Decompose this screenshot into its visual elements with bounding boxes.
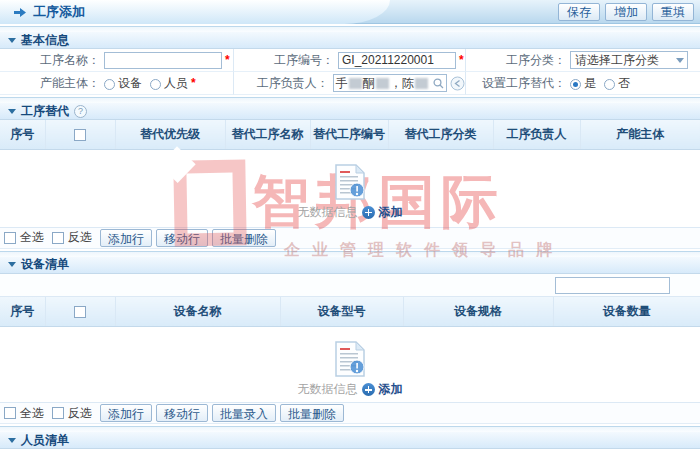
batch-delete-button[interactable]: 批量删除	[212, 229, 276, 247]
move-row-button[interactable]: 移动行	[156, 404, 208, 422]
page-title-tab: 工序添加	[0, 0, 390, 24]
divider	[0, 424, 700, 432]
basic-info-form: 工序名称： * 工序编号： * 工序分类： 请选择工序分类 产能主体： 设备 人…	[0, 49, 700, 95]
add-button[interactable]: 增加	[605, 3, 647, 21]
add-row-button[interactable]: 添加行	[100, 229, 152, 247]
radio-yes-label[interactable]: 是	[584, 75, 596, 92]
section-title: 基本信息	[21, 32, 69, 49]
equipment-filter-row	[0, 274, 700, 297]
search-icon[interactable]	[433, 78, 444, 89]
invert-select-label[interactable]: 反选	[68, 229, 92, 246]
column-header: 设备数量	[553, 297, 700, 327]
move-row-button[interactable]: 移动行	[156, 229, 208, 247]
substitute-table-body: 无数据信息 添加	[0, 150, 700, 228]
select-all-checkbox[interactable]	[4, 232, 16, 244]
owner-name: 手	[336, 75, 348, 92]
invert-select-label[interactable]: 反选	[68, 405, 92, 422]
add-row-button[interactable]: 添加行	[100, 404, 152, 422]
capacity-subject-label: 产能主体：	[0, 75, 104, 92]
equipment-filter-input[interactable]	[555, 277, 670, 294]
column-header: 替代工序名称	[225, 120, 310, 149]
select-all-checkbox[interactable]	[74, 129, 86, 141]
equipment-table-body: 无数据信息 添加	[0, 327, 700, 403]
batch-delete-button[interactable]: 批量删除	[280, 404, 344, 422]
clear-selection-icon[interactable]	[450, 76, 465, 91]
select-all-checkbox[interactable]	[74, 306, 86, 318]
section-title: 人员清单	[21, 432, 69, 449]
form-cell: 工序分类： 请选择工序分类	[466, 49, 700, 72]
section-header-basic-info[interactable]: 基本信息	[0, 32, 700, 49]
process-name-input[interactable]	[104, 52, 222, 69]
column-header: 序号	[0, 297, 45, 327]
section-title: 设备清单	[21, 256, 69, 273]
arrow-right-icon	[14, 7, 27, 18]
column-header: 序号	[0, 120, 45, 149]
radio-yes[interactable]	[570, 79, 581, 90]
process-no-input[interactable]	[338, 52, 456, 69]
no-data-document-icon	[335, 341, 365, 377]
column-header: 工序负责人	[493, 120, 580, 149]
empty-state: 无数据信息 添加	[0, 341, 700, 398]
add-circle-icon[interactable]	[362, 383, 375, 396]
substitute-toolbar: 全选 反选 添加行 移动行 批量删除	[0, 228, 700, 249]
refill-button[interactable]: 重填	[652, 3, 694, 21]
section-header-substitute[interactable]: 工序替代 ?	[0, 103, 700, 120]
column-header: 设备规格	[403, 297, 553, 327]
collapse-arrow-icon	[8, 109, 16, 114]
select-all-label[interactable]: 全选	[20, 229, 44, 246]
censored-text	[415, 78, 428, 89]
process-category-label: 工序分类：	[466, 52, 570, 69]
radio-equipment[interactable]	[104, 79, 115, 90]
radio-personnel[interactable]	[150, 79, 161, 90]
invert-select-checkbox[interactable]	[52, 407, 64, 419]
no-data-text: 无数据信息	[298, 204, 358, 221]
form-cell: 产能主体： 设备 人员 *	[0, 72, 233, 95]
help-icon[interactable]: ?	[74, 105, 87, 118]
column-header: 设备型号	[280, 297, 403, 327]
censored-text	[376, 78, 389, 89]
column-header: 替代工序编号	[310, 120, 388, 149]
top-bar: 工序添加 保存 增加 重填	[0, 0, 700, 24]
divider	[0, 95, 700, 103]
process-category-select[interactable]: 请选择工序分类	[570, 51, 688, 69]
add-row-link[interactable]: 添加	[379, 204, 403, 221]
section-title: 工序替代	[21, 103, 69, 120]
required-mark: *	[191, 76, 196, 90]
process-owner-label: 工序负责人：	[234, 75, 333, 92]
no-data-text: 无数据信息	[298, 381, 358, 398]
add-circle-icon[interactable]	[362, 206, 375, 219]
radio-equipment-label[interactable]: 设备	[118, 75, 142, 92]
required-mark: *	[459, 53, 464, 67]
column-header-checkbox	[45, 297, 115, 327]
process-no-label: 工序编号：	[234, 52, 338, 69]
process-owner-input[interactable]: 手 酮 ，陈	[333, 74, 447, 92]
batch-input-button[interactable]: 批量录入	[212, 404, 276, 422]
divider	[0, 24, 700, 32]
form-cell: 工序编号： *	[233, 49, 466, 72]
owner-name: ，陈	[390, 75, 414, 92]
section-header-personnel[interactable]: 人员清单	[0, 432, 700, 449]
owner-name: 酮	[363, 75, 375, 92]
select-all-label[interactable]: 全选	[20, 405, 44, 422]
section-header-equipment[interactable]: 设备清单	[0, 257, 700, 274]
process-add-page: 工序添加 保存 增加 重填 基本信息 工序名称： * 工序编号： * 工序分类：…	[0, 0, 700, 462]
form-cell: 工序负责人： 手 酮 ，陈	[233, 72, 466, 95]
form-cell: 工序名称： *	[0, 49, 233, 72]
radio-no-label[interactable]: 否	[618, 75, 630, 92]
process-name-label: 工序名称：	[0, 52, 104, 69]
radio-personnel-label[interactable]: 人员	[164, 75, 188, 92]
select-all-checkbox[interactable]	[4, 407, 16, 419]
chevron-down-icon	[676, 58, 684, 63]
collapse-arrow-icon	[8, 262, 16, 267]
set-substitute-label: 设置工序替代：	[466, 75, 570, 92]
divider	[0, 249, 700, 257]
collapse-arrow-icon	[8, 38, 16, 43]
column-header: 设备名称	[115, 297, 280, 327]
column-header: 替代工序分类	[388, 120, 493, 149]
column-header: 替代优先级	[115, 120, 225, 149]
save-button[interactable]: 保存	[558, 3, 600, 21]
add-row-link[interactable]: 添加	[379, 381, 403, 398]
invert-select-checkbox[interactable]	[52, 232, 64, 244]
equipment-toolbar: 全选 反选 添加行 移动行 批量录入 批量删除	[0, 403, 700, 424]
radio-no[interactable]	[604, 79, 615, 90]
